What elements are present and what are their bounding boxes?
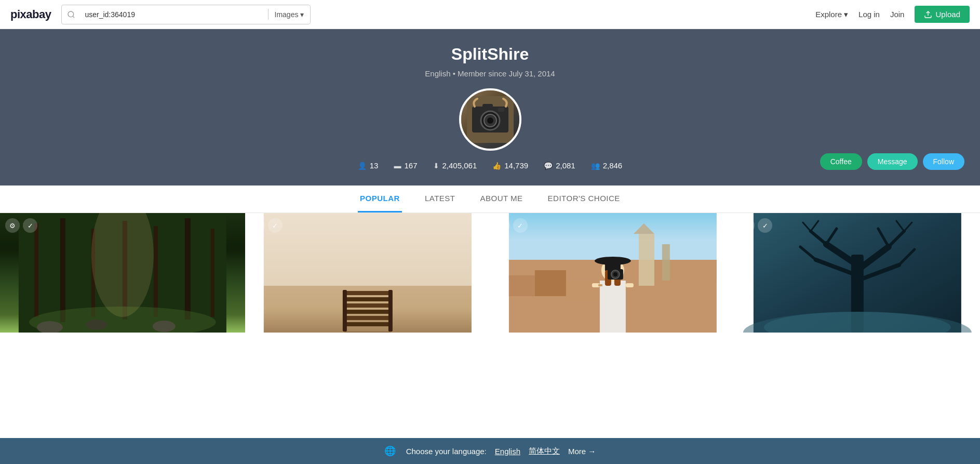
image-gallery: ⚙ ✓ xyxy=(0,213,980,333)
followers-icon: 👥 xyxy=(591,162,600,170)
svg-rect-43 xyxy=(599,281,625,333)
profile-member-since: Member since July 31, 2014 xyxy=(458,69,555,78)
svg-rect-26 xyxy=(344,291,391,295)
search-input[interactable] xyxy=(80,5,267,24)
stat-following: 👤 13 xyxy=(358,161,379,170)
svg-point-0 xyxy=(68,11,74,17)
tab-popular[interactable]: POPULAR xyxy=(358,185,402,213)
stat-comments: ▬ 167 xyxy=(394,161,417,170)
chevron-down-icon: ▾ xyxy=(300,10,304,19)
gallery-item-icons: ⚙ ✓ xyxy=(5,218,37,233)
svg-rect-38 xyxy=(534,270,566,296)
verified-icon: ✓ xyxy=(758,218,772,233)
svg-rect-27 xyxy=(344,297,391,301)
comments-count: 167 xyxy=(404,161,417,170)
svg-rect-53 xyxy=(625,283,633,287)
header-nav: Explore ▾ Log in Join Upload xyxy=(815,6,970,23)
free-icon: ⚙ xyxy=(495,218,510,233)
gallery-item-icons: ⚙ ✓ xyxy=(250,218,283,233)
svg-point-7 xyxy=(487,117,493,124)
downloads-count: 2,405,061 xyxy=(442,161,477,170)
stat-followers: 👥 2,846 xyxy=(591,161,623,170)
follow-button[interactable]: Follow xyxy=(923,153,964,170)
login-link[interactable]: Log in xyxy=(858,10,880,19)
svg-rect-42 xyxy=(662,244,669,281)
profile-meta: English • Member since July 31, 2014 xyxy=(10,69,970,78)
tab-editors-choice[interactable]: EDITOR'S CHOICE xyxy=(546,185,622,213)
svg-rect-15 xyxy=(154,226,158,317)
downloads-icon: ⬇ xyxy=(433,162,439,170)
svg-rect-12 xyxy=(60,218,65,322)
chevron-down-icon: ▾ xyxy=(844,10,848,19)
views-icon: 💬 xyxy=(544,162,553,170)
svg-rect-37 xyxy=(508,275,534,296)
gallery-item-tree[interactable]: ⚙ ✓ xyxy=(735,213,980,333)
stat-downloads: ⬇ 2,405,061 xyxy=(433,161,477,170)
svg-rect-29 xyxy=(344,310,391,314)
search-bar: Images ▾ xyxy=(61,5,311,24)
message-button[interactable]: Message xyxy=(867,153,918,170)
gallery-item-photographer[interactable]: ⚙ ✓ xyxy=(490,213,735,333)
free-icon: ⚙ xyxy=(250,218,265,233)
profile-username: SplitShire xyxy=(10,45,970,64)
svg-line-1 xyxy=(73,16,75,18)
svg-point-22 xyxy=(153,321,176,332)
svg-rect-40 xyxy=(638,234,654,286)
tab-about-me[interactable]: ABOUT ME xyxy=(478,185,525,213)
following-count: 13 xyxy=(370,161,379,170)
explore-label: Explore xyxy=(815,10,842,19)
upload-button[interactable]: Upload xyxy=(915,6,970,23)
coffee-button[interactable]: Coffee xyxy=(820,153,862,170)
svg-rect-32 xyxy=(343,290,347,332)
svg-rect-34 xyxy=(344,332,391,333)
search-icon xyxy=(62,10,80,19)
svg-rect-28 xyxy=(344,303,391,308)
avatar xyxy=(459,88,521,151)
svg-rect-33 xyxy=(388,290,393,332)
avatar-image xyxy=(461,90,519,149)
search-category-label: Images xyxy=(275,10,299,19)
svg-rect-11 xyxy=(34,223,38,317)
verified-icon: ✓ xyxy=(513,218,528,233)
profile-tabs: POPULAR LATEST ABOUT ME EDITOR'S CHOICE xyxy=(0,185,980,213)
logo[interactable]: pixabay xyxy=(10,8,51,21)
svg-rect-24 xyxy=(264,213,472,286)
meta-dot: • xyxy=(453,69,458,78)
join-link[interactable]: Join xyxy=(890,10,905,19)
svg-rect-54 xyxy=(598,284,602,286)
gallery-item-dock[interactable]: ⚙ ✓ xyxy=(245,213,490,333)
explore-menu[interactable]: Explore ▾ xyxy=(815,10,848,19)
svg-rect-30 xyxy=(344,316,391,320)
svg-point-51 xyxy=(613,272,617,276)
gallery-item-forest[interactable]: ⚙ ✓ xyxy=(0,213,245,333)
svg-point-21 xyxy=(86,320,107,330)
likes-icon: 👍 xyxy=(492,162,501,170)
following-icon: 👤 xyxy=(358,162,367,170)
stat-likes: 👍 14,739 xyxy=(492,161,528,170)
free-icon: ⚙ xyxy=(5,218,20,233)
profile-banner: SplitShire English • Member since July 3… xyxy=(0,29,980,185)
svg-rect-9 xyxy=(498,108,504,112)
gallery-item-icons: ⚙ ✓ xyxy=(495,218,528,233)
profile-language: English xyxy=(425,69,450,78)
upload-label: Upload xyxy=(935,10,960,19)
likes-count: 14,739 xyxy=(504,161,528,170)
profile-action-buttons: Coffee Message Follow xyxy=(820,153,964,170)
free-icon: ⚙ xyxy=(740,218,755,233)
followers-count: 2,846 xyxy=(603,161,623,170)
tab-latest[interactable]: LATEST xyxy=(423,185,458,213)
site-header: pixabay Images ▾ Explore ▾ Log in Join U… xyxy=(0,0,980,29)
verified-icon: ✓ xyxy=(268,218,283,233)
svg-rect-31 xyxy=(344,322,391,326)
comments-icon: ▬ xyxy=(394,162,401,170)
svg-rect-17 xyxy=(211,229,214,317)
search-category-dropdown[interactable]: Images ▾ xyxy=(269,10,311,19)
svg-rect-16 xyxy=(185,218,191,320)
views-count: 2,081 xyxy=(556,161,575,170)
verified-icon: ✓ xyxy=(23,218,37,233)
gallery-item-icons: ⚙ ✓ xyxy=(740,218,772,233)
svg-rect-8 xyxy=(482,104,493,109)
stat-views: 💬 2,081 xyxy=(544,161,575,170)
